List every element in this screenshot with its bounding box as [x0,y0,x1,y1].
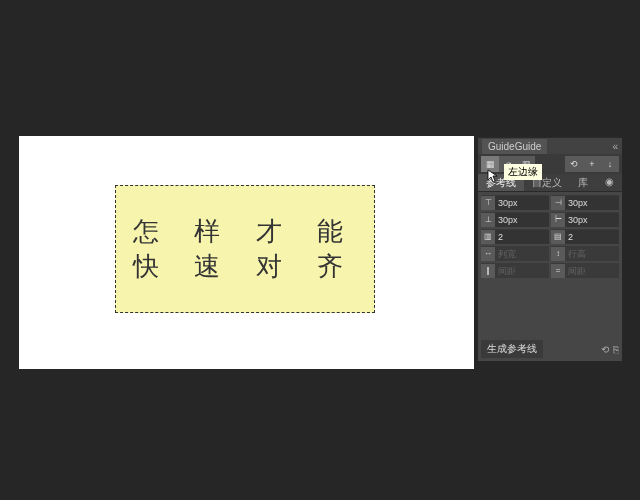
columns-field-icon: ▥ [481,230,495,244]
guideguide-panel: GuideGuide « ▦ ⌀ ▥ ⟲ + ↓ 参考线 自定义 库 ◉ ⊤ 3… [478,137,622,361]
gutter-h-field[interactable]: = 间距 [551,263,619,278]
top-margin-field[interactable]: ⊤ 30px [481,195,549,210]
columns-value[interactable]: 2 [495,230,549,244]
panel-header: GuideGuide « [478,138,622,154]
undo-icon[interactable]: ⟲ [565,156,583,172]
gutter-w-value[interactable]: 间距 [495,264,549,278]
rows-field-icon: ▤ [551,230,565,244]
bottom-margin-field[interactable]: ⊥ 30px [481,212,549,227]
panel-spacer [478,281,622,337]
right-margin-field[interactable]: ⊣ 30px [551,195,619,210]
row-height-icon: ↕ [551,247,565,261]
selected-text-box[interactable]: 怎 样 才 能 快 速 对 齐 [115,185,375,313]
text-line-2: 快 速 对 齐 [133,249,357,284]
gutter-h-value[interactable]: 间距 [565,264,619,278]
bottom-margin-icon: ⊥ [481,213,495,227]
margin-inputs: ⊤ 30px ⊣ 30px ⊥ 30px ⊢ 30px ▥ 2 ▤ 2 ↔ 列宽… [478,192,622,281]
text-line-1: 怎 样 才 能 [133,214,357,249]
rows-field[interactable]: ▤ 2 [551,229,619,244]
reset-icon[interactable]: ⟲ [601,344,609,355]
tab-library[interactable]: 库 [570,174,596,191]
gutter-w-field[interactable]: ‖ 间距 [481,263,549,278]
top-margin-value[interactable]: 30px [495,196,549,210]
panel-tabs: 参考线 自定义 库 ◉ [478,174,622,192]
row-height-field[interactable]: ↕ 行高 [551,246,619,261]
right-margin-icon: ⊣ [551,196,565,210]
left-margin-field[interactable]: ⊢ 30px [551,212,619,227]
gutter-w-icon: ‖ [481,264,495,278]
cursor-pointer-icon [487,169,499,183]
left-margin-icon: ⊢ [551,213,565,227]
col-width-icon: ↔ [481,247,495,261]
panel-collapse-icon[interactable]: « [612,141,618,152]
left-margin-value[interactable]: 30px [565,213,619,227]
right-margin-value[interactable]: 30px [565,196,619,210]
bottom-margin-value[interactable]: 30px [495,213,549,227]
col-width-value[interactable]: 列宽 [495,247,549,261]
rows-value[interactable]: 2 [565,230,619,244]
panel-title-tab[interactable]: GuideGuide [482,139,547,154]
tooltip-left-edge: 左边缘 [504,164,542,180]
generate-guides-button[interactable]: 生成参考线 [481,340,543,358]
gutter-h-icon: = [551,264,565,278]
export-icon[interactable]: ↓ [601,156,619,172]
columns-field[interactable]: ▥ 2 [481,229,549,244]
mode-icon-row: ▦ ⌀ ▥ ⟲ + ↓ [478,154,622,174]
top-margin-icon: ⊤ [481,196,495,210]
add-icon[interactable]: + [583,156,601,172]
copy-icon[interactable]: ⎘ [613,344,619,355]
col-width-field[interactable]: ↔ 列宽 [481,246,549,261]
row-height-value[interactable]: 行高 [565,247,619,261]
visibility-icon[interactable]: ◉ [597,174,622,191]
generate-row: 生成参考线 ⟲ ⎘ [478,337,622,361]
